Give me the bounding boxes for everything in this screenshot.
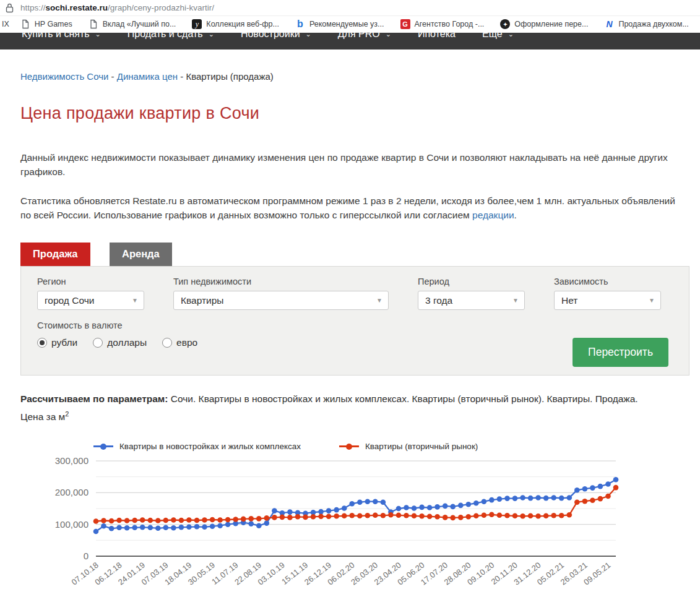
chevron-down-icon: ⌄	[508, 33, 514, 40]
chevron-down-icon: ⌄	[386, 33, 391, 40]
nav-item-newbuildings[interactable]: Новостройки⌄	[241, 33, 311, 40]
period-select[interactable]: 3 года ▼	[418, 291, 525, 310]
deal-type-tabs: Продажа Аренда	[20, 243, 689, 266]
chevron-down-icon: ▼	[512, 297, 519, 304]
svg-text:09.05.21: 09.05.21	[582, 561, 612, 587]
nav-item-more[interactable]: Ещё⌄	[482, 33, 514, 40]
tab-rent[interactable]: Аренда	[110, 243, 172, 267]
bookmark-item[interactable]: Вклад «Лучший по...	[89, 19, 176, 29]
legend-item-secondary: Квартиры (вторичный рынок)	[339, 442, 478, 451]
dependency-select[interactable]: Нет ▼	[554, 291, 661, 310]
bookmarks-bar: IX HP Games Вклад «Лучший по... y Коллек…	[0, 16, 700, 33]
legend-marker	[339, 445, 359, 447]
bookmark-item[interactable]: ✦ Оформление пере...	[500, 19, 588, 29]
chevron-down-icon: ⌄	[209, 33, 214, 40]
nav-item-pro[interactable]: Для PRO⌄	[338, 33, 391, 40]
url-path: /graph/ceny-prodazhi-kvartir/	[108, 3, 214, 12]
editorial-link[interactable]: редакции	[472, 210, 514, 220]
currency-label: Стоимость в валюте	[37, 320, 689, 330]
collections-icon: y	[192, 19, 202, 29]
chevron-down-icon: ⌄	[306, 33, 311, 40]
filter-panel: Регион город Сочи ▼ Тип недвижимости Ква…	[20, 266, 689, 376]
bookmark-item[interactable]: N Продажа двухком...	[604, 19, 688, 29]
agency-icon: G	[400, 19, 410, 29]
region-label: Регион	[37, 277, 144, 286]
property-type-label: Тип недвижимости	[173, 277, 389, 286]
breadcrumb-current: Квартиры (продажа)	[186, 71, 273, 82]
legend-item-newbuildings: Квартиры в новостройках и жилых комплекс…	[93, 442, 301, 451]
n-logo-icon: N	[604, 19, 614, 29]
svg-text:09.10.20: 09.10.20	[465, 561, 496, 587]
breadcrumb-link-sochi[interactable]: Недвижимость Сочи	[20, 71, 108, 82]
period-label: Период	[418, 277, 525, 286]
breadcrumb: Недвижимость Сочи - Динамика цен - Кварт…	[20, 71, 689, 82]
intro-paragraph-1: Данный индекс недвижимости показывает ди…	[20, 150, 678, 179]
svg-text:03.10.19: 03.10.19	[256, 561, 287, 587]
radio-rub[interactable]: рубли	[37, 337, 77, 348]
calculation-params: Рассчитываем по параметрам: Сочи. Кварти…	[20, 391, 689, 424]
page-title: Цена продажи квартир в Сочи	[20, 104, 689, 123]
url-host: sochi.restate.ru	[46, 3, 108, 12]
bookmark-item[interactable]: G Агентство Город -...	[400, 19, 485, 29]
svg-text:300,000: 300,000	[55, 455, 89, 466]
main-nav: Купить и снять⌄ Продать и сдать⌄ Новостр…	[0, 33, 700, 49]
rebuild-button[interactable]: Перестроить	[573, 338, 668, 367]
legend-marker	[93, 445, 113, 447]
nav-item-sell-lease[interactable]: Продать и сдать⌄	[127, 33, 214, 40]
page-icon	[20, 19, 30, 29]
intro-paragraph-2: Статистика обновляется Restate.ru в авто…	[20, 194, 678, 222]
star-icon: ✦	[500, 19, 510, 29]
bookmark-item[interactable]: HP Games	[20, 19, 72, 29]
chevron-down-icon: ▼	[376, 297, 382, 304]
dependency-label: Зависимость	[554, 277, 661, 286]
chevron-down-icon: ▼	[132, 297, 138, 304]
bookmark-item[interactable]: b Рекомендуемые уз...	[295, 19, 384, 29]
bookmark-item[interactable]: IX	[2, 20, 9, 28]
browser-address-bar[interactable]: https://sochi.restate.ru/graph/ceny-prod…	[0, 0, 700, 16]
price-chart: 0100,000200,000300,00007.10.1806.12.1824…	[20, 453, 689, 610]
chart-svg: 0100,000200,000300,00007.10.1806.12.1824…	[20, 453, 646, 608]
chart-legend: Квартиры в новостройках и жилых комплекс…	[93, 442, 689, 451]
bookmark-item[interactable]: y Коллекция веб-фр...	[192, 19, 279, 29]
breadcrumb-link-dynamics[interactable]: Динамика цен	[117, 71, 178, 82]
svg-text:0: 0	[84, 551, 89, 561]
tab-sale[interactable]: Продажа	[20, 243, 90, 267]
region-select[interactable]: город Сочи ▼	[37, 291, 144, 310]
lock-icon	[6, 3, 14, 13]
url-scheme: https://	[20, 3, 46, 12]
page-icon	[89, 19, 98, 29]
radio-usd[interactable]: доллары	[93, 337, 147, 348]
radio-icon	[162, 338, 172, 348]
svg-text:30.05.19: 30.05.19	[186, 561, 217, 587]
svg-text:100,000: 100,000	[55, 519, 89, 530]
url-text[interactable]: https://sochi.restate.ru/graph/ceny-prod…	[20, 3, 214, 12]
bing-icon: b	[295, 19, 305, 29]
nav-item-mortgage[interactable]: Ипотека	[418, 33, 456, 40]
svg-text:200,000: 200,000	[55, 487, 89, 497]
radio-icon	[93, 338, 103, 348]
radio-eur[interactable]: евро	[162, 337, 197, 348]
radio-icon	[37, 338, 47, 348]
nav-item-buy-rent[interactable]: Купить и снять⌄	[22, 33, 101, 40]
chevron-down-icon: ▼	[649, 297, 655, 304]
chevron-down-icon: ⌄	[95, 33, 101, 40]
property-type-select[interactable]: Квартиры ▼	[173, 291, 389, 310]
